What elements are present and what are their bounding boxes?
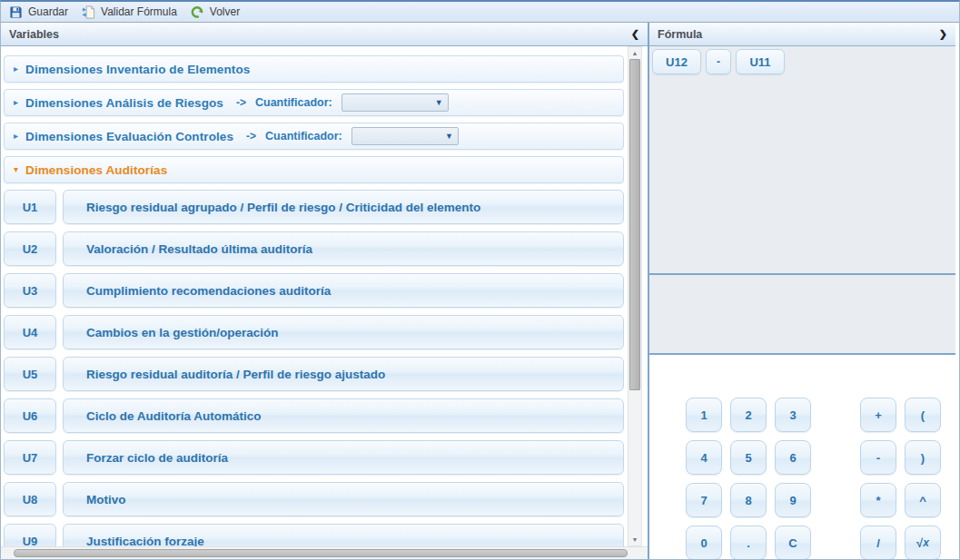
- variable-row[interactable]: U4Cambios en la gestión/operación: [4, 315, 624, 349]
- keypad-key[interactable]: +: [860, 398, 896, 432]
- section-label: Dimensiones Evaluación Controles: [25, 130, 233, 143]
- keypad-key[interactable]: C: [775, 526, 811, 560]
- variable-description[interactable]: Riesgo residual agrupado / Perfil de rie…: [63, 190, 624, 224]
- keypad-key[interactable]: /: [860, 526, 896, 560]
- formula-token[interactable]: U12: [652, 49, 701, 74]
- variable-row[interactable]: U3Cumplimiento recomendaciones auditoría: [4, 273, 624, 308]
- dropdown-arrow-icon: ▼: [445, 132, 453, 141]
- keypad-key[interactable]: ^: [905, 483, 941, 517]
- keypad-key[interactable]: 3: [775, 398, 811, 432]
- variable-code[interactable]: U2: [4, 231, 56, 266]
- keypad-key[interactable]: -: [860, 440, 896, 475]
- formula-token-operator[interactable]: -: [706, 49, 731, 74]
- main-area: Variables ❮ ▸ Dimensiones Inventario de …: [1, 23, 959, 559]
- variable-row[interactable]: U8Motivo: [4, 482, 624, 516]
- formula-drop-area[interactable]: U12 - U11: [649, 46, 955, 275]
- formula-token[interactable]: U11: [736, 49, 785, 74]
- keypad-key[interactable]: 4: [686, 440, 722, 475]
- scroll-up-icon[interactable]: ▲: [628, 47, 641, 59]
- variable-code[interactable]: U3: [4, 273, 56, 308]
- toolbar: Guardar Validar Fórmula Volver: [1, 2, 959, 23]
- variables-panel: Variables ❮ ▸ Dimensiones Inventario de …: [1, 23, 648, 559]
- variable-description[interactable]: Cumplimiento recomendaciones auditoría: [63, 273, 624, 308]
- variable-description[interactable]: Justificación forzaje: [63, 524, 624, 546]
- dropdown-arrow-icon: ▼: [435, 98, 443, 107]
- formula-editor-window: Guardar Validar Fórmula Volver Variables…: [0, 0, 960, 560]
- horizontal-scrollbar-thumb[interactable]: [14, 549, 628, 557]
- quantifier-select[interactable]: ▼: [341, 93, 449, 112]
- keypad-key[interactable]: (: [905, 398, 941, 432]
- keypad-key[interactable]: .: [730, 526, 767, 560]
- variable-description[interactable]: Cambios en la gestión/operación: [63, 315, 624, 349]
- operator-keypad: +(-)*^/√x: [860, 398, 941, 560]
- formula-panel-header: Fórmula ❯: [649, 23, 955, 46]
- keypad-key[interactable]: 9: [775, 483, 811, 517]
- variable-description[interactable]: Motivo: [63, 482, 624, 516]
- quantifier-select[interactable]: ▼: [351, 127, 459, 145]
- variable-code[interactable]: U4: [4, 315, 56, 349]
- variable-description[interactable]: Ciclo de Auditoría Automático: [63, 398, 624, 433]
- keypad-key[interactable]: 2: [730, 398, 767, 432]
- connector-arrow: ->: [246, 130, 256, 142]
- variable-code[interactable]: U8: [4, 482, 56, 516]
- variable-code[interactable]: U6: [4, 398, 56, 433]
- formula-secondary-area: [649, 275, 955, 355]
- expand-right-icon[interactable]: ❯: [939, 29, 947, 39]
- keypad-key[interactable]: √x: [905, 526, 941, 560]
- variable-description[interactable]: Forzar ciclo de auditoría: [63, 440, 624, 475]
- keypad-key[interactable]: 0: [686, 526, 722, 560]
- collapse-left-icon[interactable]: ❮: [631, 29, 639, 39]
- scroll-down-icon[interactable]: ▼: [628, 534, 641, 545]
- section-dimensiones-analisis-riesgos[interactable]: ▸ Dimensiones Análisis de Riesgos -> Cua…: [4, 89, 624, 116]
- number-keypad: 1234567890.C: [686, 398, 811, 560]
- section-label: Dimensiones Inventario de Elementos: [25, 63, 250, 76]
- variable-description[interactable]: Valoración / Resultado última auditoría: [63, 231, 624, 266]
- section-dimensiones-auditorias[interactable]: ▾ Dimensiones Auditorías: [4, 156, 624, 183]
- variable-row[interactable]: U1Riesgo residual agrupado / Perfil de r…: [4, 190, 624, 224]
- keypad-key[interactable]: *: [860, 483, 896, 517]
- quantifier-label: Cuantificador:: [265, 130, 342, 142]
- validate-formula-button-label: Validar Fórmula: [101, 5, 177, 18]
- horizontal-scrollbar[interactable]: [1, 546, 648, 559]
- save-button[interactable]: Guardar: [5, 5, 76, 20]
- variable-code[interactable]: U9: [4, 524, 56, 546]
- section-label: Dimensiones Análisis de Riesgos: [25, 96, 223, 110]
- back-button[interactable]: Volver: [185, 5, 248, 20]
- keypad-key[interactable]: 8: [730, 483, 767, 517]
- save-icon: [9, 5, 23, 19]
- keypad-area: 1234567890.C +(-)*^/√x: [649, 355, 955, 560]
- back-button-label: Volver: [210, 5, 240, 18]
- validate-formula-button[interactable]: Validar Fórmula: [76, 5, 185, 20]
- keypad-key[interactable]: 6: [775, 440, 811, 475]
- variable-description[interactable]: Riesgo residual auditoría / Perfil de ri…: [63, 357, 624, 391]
- quantifier-label: Cuantificador:: [255, 96, 332, 109]
- section-dimensiones-evaluacion-controles[interactable]: ▸ Dimensiones Evaluación Controles -> Cu…: [4, 123, 624, 150]
- keypad-key[interactable]: ): [905, 440, 941, 475]
- variable-row[interactable]: U5Riesgo residual auditoría / Perfil de …: [4, 357, 624, 391]
- variable-row[interactable]: U6Ciclo de Auditoría Automático: [4, 398, 624, 433]
- keypad-key[interactable]: 1: [686, 398, 722, 432]
- variable-row[interactable]: U7Forzar ciclo de auditoría: [4, 440, 624, 475]
- vertical-scrollbar[interactable]: ▲ ▼: [628, 46, 642, 546]
- keypad-key[interactable]: 7: [686, 483, 722, 517]
- formula-panel-title: Fórmula: [658, 28, 702, 41]
- keypad-key[interactable]: 5: [730, 440, 767, 475]
- chevron-right-icon: ▸: [14, 98, 18, 107]
- variables-panel-header: Variables ❮: [1, 23, 648, 46]
- validate-icon: [81, 5, 95, 19]
- vertical-scrollbar-thumb[interactable]: [629, 59, 640, 390]
- chevron-down-icon: ▾: [14, 165, 18, 174]
- variables-list: U1Riesgo residual agrupado / Perfil de r…: [4, 190, 624, 546]
- back-icon: [190, 5, 204, 19]
- variable-code[interactable]: U5: [4, 357, 56, 391]
- variable-row[interactable]: U2Valoración / Resultado última auditorí…: [4, 231, 624, 266]
- chevron-right-icon: ▸: [14, 132, 18, 141]
- variables-panel-title: Variables: [9, 28, 59, 41]
- section-dimensiones-inventario[interactable]: ▸ Dimensiones Inventario de Elementos: [4, 55, 624, 83]
- variable-row[interactable]: U9Justificación forzaje: [4, 524, 624, 546]
- variable-code[interactable]: U7: [4, 440, 56, 475]
- variable-code[interactable]: U1: [4, 190, 56, 224]
- section-label: Dimensiones Auditorías: [25, 163, 167, 177]
- variables-content: ▸ Dimensiones Inventario de Elementos ▸ …: [1, 46, 648, 546]
- chevron-right-icon: ▸: [14, 64, 18, 74]
